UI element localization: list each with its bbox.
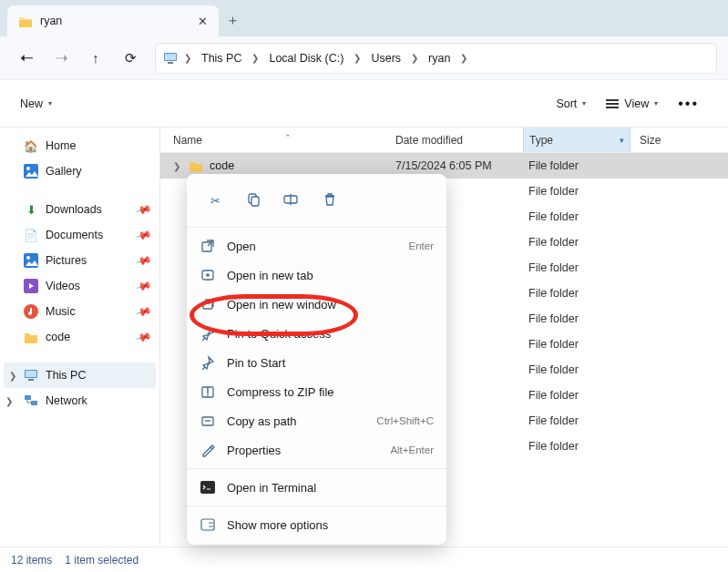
- ctx-open-terminal[interactable]: Open in Terminal: [187, 473, 446, 502]
- folder-icon: [18, 14, 33, 28]
- trash-icon: [323, 192, 337, 209]
- sidebar-item-pictures[interactable]: Pictures 📌: [0, 248, 159, 273]
- view-button[interactable]: View ▾: [600, 93, 663, 115]
- sidebar-item-home[interactable]: 🏠 Home: [0, 133, 159, 158]
- pin-icon: 📌: [135, 200, 153, 219]
- new-button[interactable]: New ▾: [15, 93, 57, 115]
- ctx-more-options[interactable]: Show more options: [187, 510, 446, 539]
- crumb-this-pc[interactable]: This PC: [198, 50, 245, 66]
- svg-rect-13: [31, 401, 37, 405]
- chevron-right-icon: ❯: [181, 53, 194, 63]
- chevron-right-icon: ❯: [457, 53, 470, 63]
- ctx-open[interactable]: OpenEnter: [187, 231, 446, 260]
- pin-icon: 📌: [135, 328, 153, 346]
- ctx-cut-button[interactable]: ✂: [200, 187, 231, 214]
- more-button[interactable]: •••: [672, 91, 704, 117]
- file-type: File folder: [523, 414, 631, 427]
- svg-rect-12: [25, 395, 31, 400]
- copypath-icon: [200, 414, 216, 428]
- file-type: File folder: [523, 236, 631, 249]
- tab-close-icon[interactable]: ✕: [195, 15, 210, 28]
- col-date[interactable]: Date modified: [395, 134, 523, 147]
- forward-button[interactable]: 🠒: [46, 43, 77, 74]
- ctx-accel: Alt+Enter: [390, 444, 434, 455]
- chevron-down-icon: ▾: [654, 99, 658, 107]
- sidebar-item-downloads[interactable]: ⬇ Downloads 📌: [0, 197, 159, 222]
- ctx-pin-to-quick-access[interactable]: Pin to Quick access: [187, 319, 446, 348]
- folder-icon: [189, 158, 203, 173]
- col-name[interactable]: Name⌃: [173, 134, 395, 147]
- sidebar-item-music[interactable]: Music 📌: [0, 299, 159, 324]
- ctx-rename-button[interactable]: [276, 187, 307, 214]
- col-type[interactable]: Type▾: [523, 128, 631, 152]
- file-type: File folder: [523, 261, 631, 274]
- crumb-ryan[interactable]: ryan: [425, 50, 454, 66]
- chevron-down-icon: ▾: [582, 99, 586, 107]
- pin-icon: 📌: [135, 251, 153, 270]
- sidebar: 🏠 Home Gallery ⬇ Downloads 📌 📄 Documents…: [0, 128, 160, 546]
- sort-button[interactable]: Sort ▾: [550, 93, 591, 115]
- svg-rect-11: [28, 379, 34, 381]
- refresh-button[interactable]: ⟳: [115, 43, 146, 74]
- ctx-pin-to-start[interactable]: Pin to Start: [187, 348, 446, 377]
- col-size[interactable]: Size: [631, 134, 661, 147]
- crumb-users[interactable]: Users: [367, 50, 405, 66]
- ctx-icon-row: ✂: [187, 179, 446, 223]
- tab[interactable]: ryan ✕: [7, 5, 219, 36]
- copy-icon: [246, 192, 261, 209]
- file-type: File folder: [523, 389, 631, 402]
- nav-bar: 🠐 🠒 ↑ ⟳ ❯ This PC ❯ Local Disk (C:) ❯ Us…: [0, 36, 728, 80]
- sidebar-item-this-pc[interactable]: ❯ This PC: [4, 363, 156, 388]
- ctx-compress-to-zip-file[interactable]: Compress to ZIP file: [187, 377, 446, 406]
- sidebar-item-label: Videos: [46, 280, 80, 292]
- sidebar-item-code[interactable]: code 📌: [0, 324, 159, 350]
- up-button[interactable]: ↑: [80, 43, 111, 74]
- address-bar[interactable]: ❯ This PC ❯ Local Disk (C:) ❯ Users ❯ ry…: [155, 43, 717, 74]
- file-date: 7/15/2024 6:05 PM: [395, 159, 523, 172]
- ctx-label: Pin to Quick access: [227, 327, 423, 341]
- sidebar-item-label: Gallery: [46, 165, 82, 178]
- sidebar-item-documents[interactable]: 📄 Documents 📌: [0, 222, 159, 248]
- ctx-label: Pin to Start: [227, 356, 423, 370]
- sidebar-item-label: This PC: [46, 369, 86, 382]
- file-name: code: [210, 159, 234, 172]
- ctx-label: Open in Terminal: [227, 481, 434, 495]
- ctx-delete-button[interactable]: [314, 187, 345, 214]
- gallery-icon: [24, 164, 38, 179]
- monitor-icon: [24, 368, 38, 383]
- sort-label: Sort: [556, 97, 577, 110]
- crumb-local-disk[interactable]: Local Disk (C:): [265, 50, 347, 66]
- chevron-right-icon: ❯: [249, 53, 261, 63]
- sidebar-item-label: Music: [46, 305, 76, 318]
- ctx-open-in-new-window[interactable]: Open in new window: [187, 290, 446, 319]
- scissors-icon: ✂: [210, 194, 220, 208]
- file-type: File folder: [523, 338, 631, 351]
- newtab-icon: [200, 268, 216, 282]
- pin-icon: [200, 326, 216, 341]
- picture-icon: [24, 253, 38, 268]
- ctx-copy-button[interactable]: [238, 187, 269, 214]
- video-icon: [24, 279, 38, 293]
- view-label: View: [624, 97, 649, 110]
- sidebar-item-gallery[interactable]: Gallery: [0, 158, 159, 184]
- new-tab-button[interactable]: ＋: [219, 12, 246, 36]
- ctx-label: Open in new window: [227, 298, 423, 312]
- back-button[interactable]: 🠐: [11, 43, 42, 74]
- file-type: File folder: [523, 312, 631, 325]
- ctx-properties[interactable]: PropertiesAlt+Enter: [187, 435, 446, 465]
- pin-icon: 📌: [135, 226, 153, 244]
- svg-rect-21: [251, 197, 259, 206]
- file-type: File folder: [523, 440, 631, 453]
- chevron-down-icon: ▾: [620, 136, 624, 145]
- svg-rect-1: [165, 54, 176, 60]
- tab-bar: ryan ✕ ＋: [0, 0, 728, 36]
- folder-icon: [24, 330, 38, 344]
- file-type: File folder: [523, 185, 631, 198]
- ctx-copy-as-path[interactable]: Copy as pathCtrl+Shift+C: [187, 406, 446, 435]
- zip-icon: [200, 384, 216, 399]
- svg-rect-10: [26, 371, 36, 377]
- sidebar-item-videos[interactable]: Videos 📌: [0, 273, 159, 299]
- sidebar-item-network[interactable]: ❯ Network: [0, 388, 159, 414]
- ctx-open-in-new-tab[interactable]: Open in new tab: [187, 260, 446, 290]
- svg-point-6: [26, 256, 30, 260]
